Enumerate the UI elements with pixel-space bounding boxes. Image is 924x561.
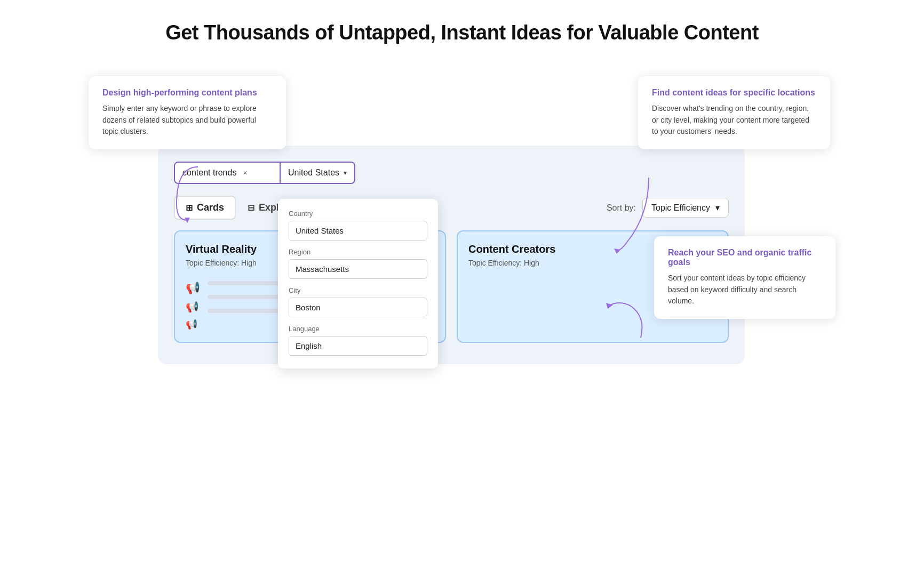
card1-subtitle: Topic Efficiency: High (186, 259, 257, 267)
megaphone-high-icon: 📢 (186, 281, 200, 295)
main-container: Design high-performing content plans Sim… (89, 76, 835, 450)
search-close-icon[interactable]: × (243, 169, 247, 177)
region-label: Region (289, 248, 427, 256)
location-panel: Country Region City Language (278, 199, 438, 368)
country-label: Country (289, 210, 427, 218)
tooltip-design: Design high-performing content plans Sim… (89, 76, 286, 149)
arrow-left-icon (166, 162, 209, 228)
chevron-down-icon: ▾ (344, 169, 347, 177)
tooltip-seo: Reach your SEO and organic traffic goals… (654, 236, 835, 319)
region-input[interactable] (289, 259, 427, 279)
sort-chevron-icon: ▾ (715, 203, 720, 213)
city-input[interactable] (289, 298, 427, 317)
location-dropdown[interactable]: United States ▾ (281, 162, 355, 184)
tooltip-seo-title: Reach your SEO and organic traffic goals (668, 248, 822, 267)
card2-title: Content Creators (468, 243, 555, 255)
city-label: City (289, 286, 427, 294)
card1-title: Virtual Reality (186, 243, 257, 255)
language-input[interactable] (289, 336, 427, 356)
card1-icons: 📢 📢 📢 (186, 281, 200, 330)
page-title: Get Thousands of Untapped, Instant Ideas… (165, 21, 759, 44)
explore-grid-icon: ⊟ (248, 203, 254, 213)
country-input[interactable] (289, 221, 427, 241)
tooltip-design-title: Design high-performing content plans (102, 88, 272, 98)
tooltip-design-body: Simply enter any keyword or phrase to ex… (102, 103, 272, 138)
tooltip-location-body: Discover what's trending on the country,… (652, 103, 816, 138)
language-label: Language (289, 325, 427, 333)
tooltip-location: Find content ideas for specific location… (638, 76, 830, 149)
tooltip-location-title: Find content ideas for specific location… (652, 88, 816, 98)
tooltip-seo-body: Sort your content ideas by topic efficie… (668, 273, 822, 307)
card2-subtitle: Topic Efficiency: High (468, 259, 555, 267)
arrow-sort-icon (598, 295, 651, 350)
megaphone-med-icon: 📢 (186, 300, 200, 313)
megaphone-low-icon: 📢 (186, 318, 200, 330)
location-value: United States (288, 168, 339, 178)
